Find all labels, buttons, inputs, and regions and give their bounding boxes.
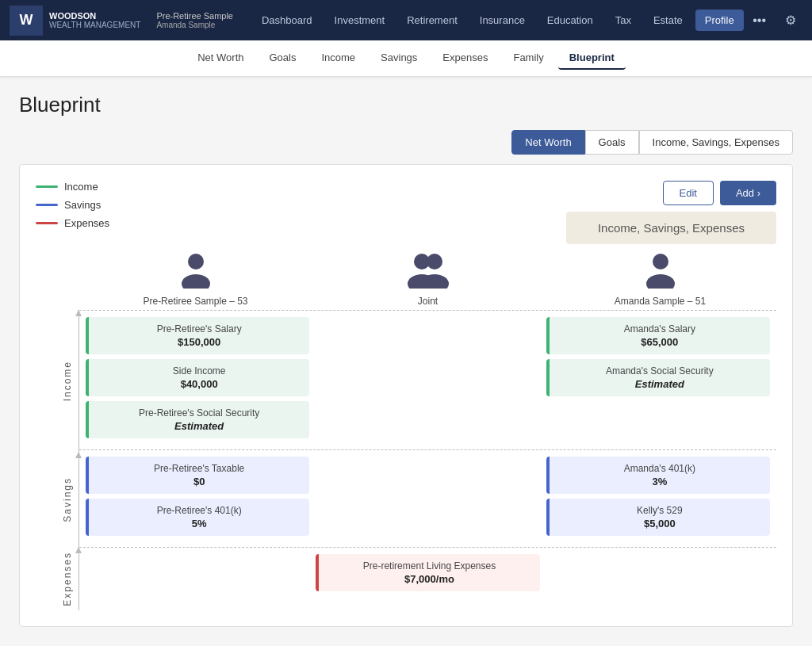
person-right-name: Amanda Sample – 51 (550, 296, 770, 307)
expenses-right-col (546, 554, 770, 596)
y-expenses-label: Expenses (62, 552, 73, 606)
income-amanda-ss-label: Amanda's Social Security (559, 365, 760, 377)
svg-point-6 (653, 254, 668, 269)
income-card-ss[interactable]: Pre-Retiree's Social Security Estimated (86, 401, 309, 438)
income-side-value: $40,000 (98, 378, 300, 390)
sections-body: Pre-Retiree's Salary $150,000 Side Incom… (79, 310, 776, 610)
income-ss-value: Estimated (98, 420, 300, 432)
nav-investment[interactable]: Investment (325, 10, 395, 31)
y-line-savings (79, 452, 79, 547)
blueprint-card: Income Savings Expenses Edit Add › Incom… (19, 164, 793, 627)
person-left-avatar (86, 250, 305, 292)
nav-retirement[interactable]: Retirement (397, 10, 467, 31)
legend-income: Income (36, 181, 109, 193)
y-line-income (79, 310, 79, 452)
persons-header: Pre-Retiree Sample – 53 Joint (79, 250, 776, 307)
nav-insurance[interactable]: Insurance (470, 10, 534, 31)
nav-education[interactable]: Education (538, 10, 603, 31)
svg-point-4 (427, 254, 442, 269)
income-joint-col (316, 317, 539, 443)
income-data-row: Pre-Retiree's Salary $150,000 Side Incom… (79, 317, 776, 443)
income-amanda-ss-value: Estimated (559, 378, 760, 390)
toggle-ise[interactable]: Income, Savings, Expenses (639, 130, 793, 155)
subnav-goals[interactable]: Goals (258, 47, 307, 70)
savings-taxable-label: Pre-Retiree's Taxable (98, 463, 300, 474)
nav-tax[interactable]: Tax (606, 10, 641, 31)
expenses-section: Pre-retirement Living Expenses $7,000/mo (79, 547, 776, 610)
svg-point-7 (646, 274, 675, 289)
income-card-amanda-ss[interactable]: Amanda's Social Security Estimated (546, 359, 770, 396)
nav-icons: ••• ⚙ (746, 10, 802, 31)
nav-estate[interactable]: Estate (644, 10, 692, 31)
logo-area: W WOODSON WEALTH MANAGEMENT (10, 6, 140, 36)
savings-joint-col (316, 457, 539, 541)
income-card-salary[interactable]: Pre-Retiree's Salary $150,000 (86, 317, 309, 354)
income-line (36, 185, 58, 188)
income-left-cards: Pre-Retiree's Salary $150,000 Side Incom… (86, 317, 309, 443)
savings-kelly-529-label: Kelly's 529 (559, 505, 760, 516)
savings-401k-label: Pre-Retiree's 401(k) (98, 505, 300, 516)
more-icon[interactable]: ••• (746, 10, 772, 31)
top-controls: Income Savings Expenses Edit Add › Incom… (36, 181, 776, 244)
income-card-amanda-salary[interactable]: Amanda's Salary $65,000 (546, 317, 770, 354)
top-navigation: W WOODSON WEALTH MANAGEMENT Pre-Retiree … (0, 0, 812, 40)
toggle-goals[interactable]: Goals (585, 130, 639, 155)
banner-actions: Edit Add › Income, Savings, Expenses (566, 181, 776, 244)
person-joint-name: Joint (318, 296, 538, 307)
subnav-net-worth[interactable]: Net Worth (186, 47, 255, 70)
savings-line (36, 204, 58, 206)
y-expenses-section: Expenses (36, 547, 79, 610)
y-arrow-expenses (75, 547, 82, 553)
savings-section: Pre-Retiree's Taxable $0 Pre-Retiree's 4… (79, 449, 776, 547)
income-salary-label: Pre-Retiree's Salary (98, 323, 300, 334)
logo-subtitle: WEALTH MANAGEMENT (49, 21, 140, 29)
income-card-side[interactable]: Side Income $40,000 (86, 359, 309, 396)
savings-card-401k[interactable]: Pre-Retiree's 401(k) 5% (86, 499, 309, 536)
savings-card-amanda-401k[interactable]: Amanda's 401(k) 3% (546, 457, 770, 494)
toggle-net-worth[interactable]: Net Worth (511, 130, 584, 155)
expenses-living-value: $7,000/mo (328, 573, 530, 585)
legend-expenses: Expenses (36, 217, 109, 229)
nav-dashboard[interactable]: Dashboard (252, 10, 322, 31)
settings-icon[interactable]: ⚙ (779, 10, 802, 31)
expenses-card-living[interactable]: Pre-retirement Living Expenses $7,000/mo (316, 554, 539, 591)
logo-title: WOODSON (49, 11, 140, 21)
view-toggle: Net Worth Goals Income, Savings, Expense… (19, 130, 793, 155)
client-info: Pre-Retiree Sample Amanda Sample (156, 11, 233, 29)
expenses-line (36, 222, 58, 224)
svg-point-1 (182, 274, 210, 289)
subnav-savings[interactable]: Savings (370, 47, 428, 70)
edit-button[interactable]: Edit (663, 181, 714, 205)
legend-savings: Savings (36, 199, 109, 211)
logo-box: W (10, 6, 43, 36)
legend-income-label: Income (64, 181, 98, 193)
expenses-data-row: Pre-retirement Living Expenses $7,000/mo (79, 554, 776, 596)
page-title: Blueprint (19, 93, 793, 117)
savings-card-kelly-529[interactable]: Kelly's 529 $5,000 (546, 499, 770, 536)
y-line-expenses (79, 547, 79, 610)
subnav-expenses[interactable]: Expenses (431, 47, 499, 70)
add-button[interactable]: Add › (720, 181, 776, 205)
svg-point-0 (188, 254, 204, 269)
savings-taxable-value: $0 (98, 476, 300, 487)
savings-card-taxable[interactable]: Pre-Retiree's Taxable $0 (86, 457, 309, 494)
subnav-family[interactable]: Family (502, 47, 554, 70)
nav-profile[interactable]: Profile (695, 10, 744, 31)
expenses-left-col (86, 554, 309, 596)
y-axis: Income Savings Expenses (36, 310, 79, 610)
expenses-joint-col: Pre-retirement Living Expenses $7,000/mo (316, 554, 539, 596)
logo-labels: WOODSON WEALTH MANAGEMENT (49, 11, 140, 29)
y-income-section: Income (36, 310, 79, 452)
person-right-header: Amanda Sample – 51 (544, 250, 776, 307)
y-arrow-income (75, 310, 82, 316)
income-section: Pre-Retiree's Salary $150,000 Side Incom… (79, 310, 776, 449)
y-arrow-savings (75, 452, 82, 458)
y-savings-label: Savings (62, 477, 73, 522)
person-joint-header: Joint (312, 250, 544, 307)
subnav-income[interactable]: Income (310, 47, 366, 70)
sections-container: Income Savings Expenses (36, 310, 776, 610)
savings-401k-value: 5% (98, 518, 300, 529)
savings-amanda-401k-value: 3% (559, 476, 760, 487)
person-joint-avatar (318, 250, 538, 292)
subnav-blueprint[interactable]: Blueprint (558, 47, 626, 70)
